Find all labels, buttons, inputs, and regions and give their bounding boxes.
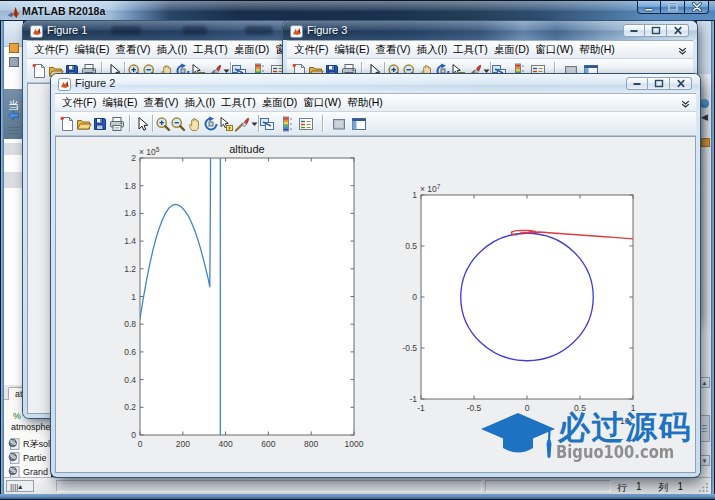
menu-item-e[interactable]: 编辑(E) xyxy=(331,43,372,57)
editor-file-name: Grand xyxy=(23,467,48,477)
figure2-titlebar[interactable]: Figure 2 xyxy=(51,74,700,93)
y-axis-exponent: × 105 xyxy=(139,146,160,158)
menu-item-d[interactable]: 桌面(D) xyxy=(491,43,533,57)
statusbar-widget[interactable]: ||||▴ xyxy=(6,480,34,492)
col-value: 1 xyxy=(678,481,684,495)
figure2-window-buttons xyxy=(626,77,692,90)
figure2-canvas: 0200400600800100000.20.40.60.811.21.41.6… xyxy=(55,136,696,473)
dropdown-icon[interactable] xyxy=(250,116,258,132)
y-tick-label: 0 xyxy=(412,292,417,302)
figure3-minimize-button[interactable] xyxy=(623,24,645,37)
maximize-icon xyxy=(654,79,664,88)
menu-item-f[interactable]: 文件(F) xyxy=(291,43,331,57)
resize-grip[interactable] xyxy=(699,482,709,492)
editor-file-item[interactable]: %R茅sol xyxy=(8,437,50,451)
figure2-window[interactable]: Figure 2 文件(F)编辑(E)查看(V)插入(I)工具(T)桌面(D)窗… xyxy=(51,74,700,477)
statusbar-field2 xyxy=(485,480,611,492)
plot-2: -1-0.500.5110.50-0.5-1 xyxy=(402,190,635,413)
scrollbar-up-button[interactable]: ▲ xyxy=(699,377,710,388)
menu-item-v[interactable]: 查看(V) xyxy=(140,96,181,110)
hide-plot-tools-icon[interactable] xyxy=(331,116,347,132)
figure2-menubar: 文件(F)编辑(E)查看(V)插入(I)工具(T)桌面(D)窗口(W)帮助(H) xyxy=(55,93,696,112)
zoom-out-icon[interactable] xyxy=(170,116,186,132)
menu-item-d[interactable]: 桌面(D) xyxy=(231,43,273,57)
show-plot-tools-dock-icon[interactable] xyxy=(351,116,367,132)
link-plots-icon[interactable] xyxy=(259,116,275,132)
rotate-3d-icon[interactable] xyxy=(203,116,219,132)
row-label: 行 xyxy=(617,481,627,495)
figure3-title: Figure 3 xyxy=(307,24,347,36)
menu-item-i[interactable]: 插入(I) xyxy=(153,43,190,57)
pan-hand-icon[interactable] xyxy=(187,116,203,132)
menubar-chevron-icon[interactable] xyxy=(678,41,687,59)
editor-file-item[interactable]: %Grand xyxy=(8,465,50,477)
open-file-icon[interactable] xyxy=(76,116,92,132)
menu-item-v[interactable]: 查看(V) xyxy=(112,43,153,57)
zoom-in-icon[interactable] xyxy=(155,116,171,132)
figure-window-icon xyxy=(58,77,71,90)
menu-item-f[interactable]: 文件(F) xyxy=(31,43,71,57)
menu-item-h[interactable]: 帮助(H) xyxy=(344,96,386,110)
menu-item-d[interactable]: 桌面(D) xyxy=(259,96,301,110)
code-analyzer-warning-icon[interactable] xyxy=(701,138,710,147)
main-close-button[interactable] xyxy=(685,1,709,14)
menubar-chevron-icon[interactable] xyxy=(681,94,690,112)
menu-item-v[interactable]: 查看(V) xyxy=(372,43,413,57)
toolbar-separator xyxy=(129,115,130,132)
main-statusbar: ||||▴ 行 1 列 1 xyxy=(4,477,711,494)
desktop-right-patch xyxy=(697,21,711,75)
x-tick-label: 800 xyxy=(304,439,318,449)
save-figure-icon[interactable] xyxy=(92,116,108,132)
menu-item-w[interactable]: 窗口(W) xyxy=(300,96,344,110)
main-minimize-button[interactable] xyxy=(637,1,661,14)
back-arrow-icon[interactable] xyxy=(7,109,20,122)
col-label: 列 xyxy=(659,481,669,495)
menu-item-e[interactable]: 编辑(E) xyxy=(99,96,140,110)
scrollbar-down-button[interactable]: ▼ xyxy=(699,455,710,466)
figure2-close-button[interactable] xyxy=(670,77,692,90)
scrollbar-thumb[interactable] xyxy=(699,415,710,442)
main-window-buttons xyxy=(637,1,709,14)
edit-plot-arrow-icon[interactable] xyxy=(134,116,150,132)
insert-colorbar-icon[interactable] xyxy=(278,116,294,132)
menu-item-w[interactable]: 窗口(W) xyxy=(532,43,576,57)
y-tick-label: 0.4 xyxy=(124,375,136,385)
menu-item-h[interactable]: 帮助(H) xyxy=(576,43,618,57)
editor-file-name: Partie xyxy=(23,453,47,463)
y-tick-label: 1.4 xyxy=(124,236,136,246)
collapse-arrow-icon[interactable]: ◀ xyxy=(701,112,708,122)
figure2-maximize-button[interactable] xyxy=(648,77,670,90)
brush-icon[interactable] xyxy=(234,116,250,132)
figure3-titlebar[interactable]: Figure 3 xyxy=(283,21,697,40)
new-figure-icon[interactable] xyxy=(31,63,47,79)
figure3-close-button[interactable] xyxy=(667,24,689,37)
menu-item-i[interactable]: 插入(I) xyxy=(413,43,450,57)
svg-text:%: % xyxy=(10,453,16,460)
menu-item-f[interactable]: 文件(F) xyxy=(59,96,99,110)
print-figure-icon[interactable] xyxy=(109,116,125,132)
menu-item-t[interactable]: 工具(T) xyxy=(218,96,258,110)
y-tick-label: 2 xyxy=(131,153,136,163)
menu-item-i[interactable]: 插入(I) xyxy=(181,96,218,110)
statusbar-row-col: 行 1 列 1 xyxy=(617,481,683,495)
y-tick-label: 1 xyxy=(412,190,417,200)
y-tick-label: 1 xyxy=(131,292,136,302)
menu-item-t[interactable]: 工具(T) xyxy=(190,43,230,57)
y-tick-label: -1 xyxy=(409,394,417,404)
figure2-minimize-button[interactable] xyxy=(626,77,648,90)
editor-file-item[interactable]: %Partie xyxy=(8,451,50,465)
data-cursor-icon[interactable] xyxy=(218,116,234,132)
x-tick-label: 400 xyxy=(219,439,233,449)
x-tick-label: 1000 xyxy=(345,439,364,449)
main-titlebar[interactable]: MATLAB R2018a xyxy=(0,0,715,21)
figure3-maximize-button[interactable] xyxy=(645,24,667,37)
menu-item-e[interactable]: 编辑(E) xyxy=(71,43,112,57)
figure-window-icon xyxy=(290,24,303,37)
mfile-icon: % xyxy=(8,466,20,477)
new-figure-icon[interactable] xyxy=(59,116,75,132)
mfile-icon: % xyxy=(8,438,20,450)
matlab-logo-icon xyxy=(7,5,20,18)
menu-item-t[interactable]: 工具(T) xyxy=(450,43,490,57)
insert-legend-icon[interactable] xyxy=(298,116,314,132)
main-maximize-button[interactable] xyxy=(661,1,685,14)
